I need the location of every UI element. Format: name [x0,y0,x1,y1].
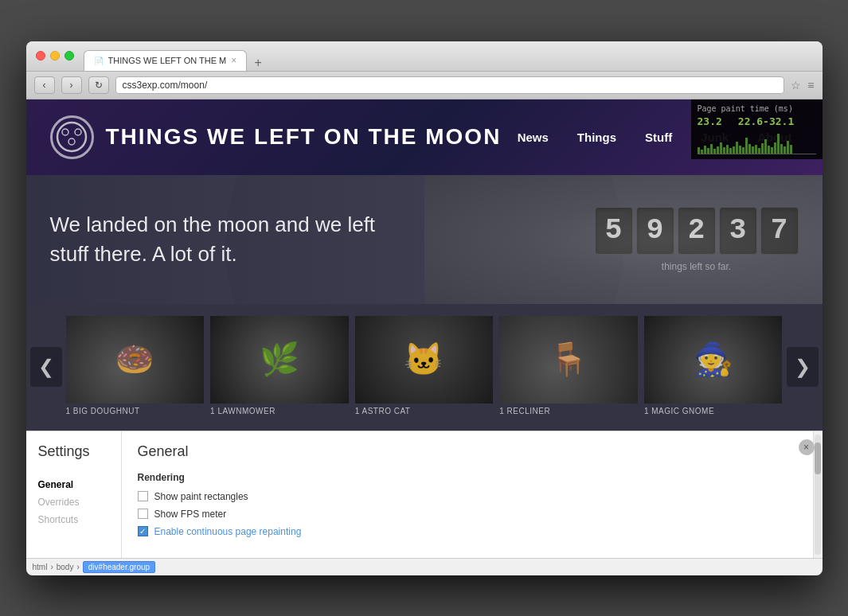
carousel-caption-cat: 1 ASTRO CAT [355,404,494,419]
settings-nav-shortcuts[interactable]: Shortcuts [38,511,109,528]
paint-overlay: Page paint time (ms) 23.2 22.6-32.1 [691,99,823,159]
devtools-bar: html › body › div#header.group [26,558,823,575]
paint-bar [745,138,748,154]
tab-close-icon[interactable]: × [231,56,236,65]
label-fps-meter: Show FPS meter [154,509,227,520]
paint-bar [742,147,744,154]
paint-bar [758,148,760,154]
carousel-section: ❮ 🍩 1 BIG DOUGHNUT 🌿 1 LAWNMOWER [26,304,823,431]
maximize-button[interactable] [64,51,74,60]
carousel-item-cat[interactable]: 🐱 1 ASTRO CAT [355,316,494,419]
devtools-selected-element[interactable]: div#header.group [83,561,155,573]
devtools-label-body: body [57,563,74,571]
paint-bar [784,146,786,154]
paint-bar [790,145,792,154]
browser-content: Page paint time (ms) 23.2 22.6-32.1 [26,99,823,575]
carousel-item-gnome[interactable]: 🧙 1 MAGIC GNOME [644,316,783,419]
nav-item-news[interactable]: News [511,127,555,147]
settings-scrollbar[interactable] [813,431,823,558]
settings-option-paint-rects: Show paint rectangles [138,491,797,502]
label-paint-rects: Show paint rectangles [154,491,248,502]
carousel-items: 🍩 1 BIG DOUGHNUT 🌿 1 LAWNMOWER 🐱 1 ASTRO… [66,316,783,419]
scrollbar-track[interactable] [815,435,821,555]
paint-value-range: 22.6-32.1 [738,115,794,127]
carousel-arrow-right[interactable]: ❯ [787,347,819,387]
devtools-label-html: html [33,563,48,571]
paint-bar [701,150,703,154]
nav-item-stuff[interactable]: Stuff [639,127,678,147]
carousel-caption-lawnmower: 1 LAWNMOWER [210,404,349,419]
hero-text: We landed on the moon and we left stuff … [50,210,408,268]
paint-bar [710,144,713,154]
carousel-arrow-left[interactable]: ❮ [30,347,62,387]
carousel-img-doughnut: 🍩 [66,316,205,404]
settings-main: General Rendering Show paint rectangles … [122,431,813,558]
moon-surface [424,175,823,304]
gnome-icon: 🧙 [694,341,733,378]
svg-point-0 [57,123,86,151]
bookmark-icon[interactable]: ☆ [791,79,801,92]
label-continuous-repainting: Enable continuous page repainting [154,526,302,537]
checkbox-fps-meter[interactable] [138,509,148,519]
settings-panel: × Settings General Overrides Shortcuts G… [26,431,823,558]
carousel-item-lawnmower[interactable]: 🌿 1 LAWNMOWER [210,316,349,419]
paint-bar [764,139,767,154]
hero-section: We landed on the moon and we left stuff … [26,175,823,304]
paint-bar [707,148,709,154]
address-bar[interactable]: css3exp.com/moon/ [115,76,785,94]
settings-nav-overrides[interactable]: Overrides [38,493,109,511]
minimize-button[interactable] [50,51,60,60]
paint-bar [787,141,789,154]
svg-point-1 [62,129,68,135]
paint-bar [726,145,729,154]
settings-sidebar: Settings General Overrides Shortcuts [26,431,122,558]
recliner-icon: 🪑 [549,341,588,378]
paint-bar [755,145,757,154]
paint-bars [698,131,816,154]
doughnut-icon: 🍩 [115,341,154,378]
paint-overlay-title: Page paint time (ms) [698,104,816,113]
checkbox-paint-rects[interactable] [138,491,148,501]
scrollbar-thumb[interactable] [815,443,821,474]
browser-titlebar: 📄 THINGS WE LEFT ON THE M × + [26,41,823,72]
carousel-img-gnome: 🧙 [644,316,783,404]
new-tab-button[interactable]: + [250,55,266,71]
cat-icon: 🐱 [404,341,444,378]
menu-icon[interactable]: ≡ [807,79,814,92]
paint-bar [771,147,773,154]
forward-button[interactable]: › [61,76,82,94]
carousel-item-recliner[interactable]: 🪑 1 RECLINER [499,316,638,419]
carousel-caption-gnome: 1 MAGIC GNOME [644,404,783,419]
browser-tab[interactable]: 📄 THINGS WE LEFT ON THE M × [84,50,248,71]
close-button[interactable] [36,51,45,60]
settings-option-fps-meter: Show FPS meter [138,509,797,520]
refresh-button[interactable]: ↻ [88,76,109,94]
site-title: THINGS WE LEFT ON THE MOON [106,124,502,150]
carousel-item-doughnut[interactable]: 🍩 1 BIG DOUGHNUT [66,316,205,419]
paint-bar [774,142,776,154]
browser-window: 📄 THINGS WE LEFT ON THE M × + ‹ › ↻ css3… [26,41,823,575]
back-button[interactable]: ‹ [34,76,55,94]
devtools-separator-1: › [50,563,53,571]
address-text: css3exp.com/moon/ [123,80,778,91]
nav-item-things[interactable]: Things [571,127,623,147]
carousel-caption-recliner: 1 RECLINER [499,404,638,419]
checkbox-continuous-repainting[interactable]: ✓ [138,526,148,536]
paint-bar [780,144,783,154]
paint-bar [698,147,700,154]
svg-point-2 [75,129,81,135]
paint-bar [752,146,754,154]
paint-bar [717,146,719,154]
paint-bar [768,146,770,154]
settings-nav-general[interactable]: General [38,476,109,493]
tab-title: THINGS WE LEFT ON THE M [108,56,227,65]
settings-close-button[interactable]: × [799,439,815,455]
tab-favicon: 📄 [94,57,104,65]
carousel-img-lawnmower: 🌿 [210,316,349,404]
paint-value-1: 23.2 [698,115,722,127]
settings-option-continuous-repainting: ✓ Enable continuous page repainting [138,526,797,537]
carousel-img-cat: 🐱 [355,316,494,404]
traffic-lights [36,51,74,60]
paint-bar [704,146,706,154]
paint-bar [777,134,780,154]
